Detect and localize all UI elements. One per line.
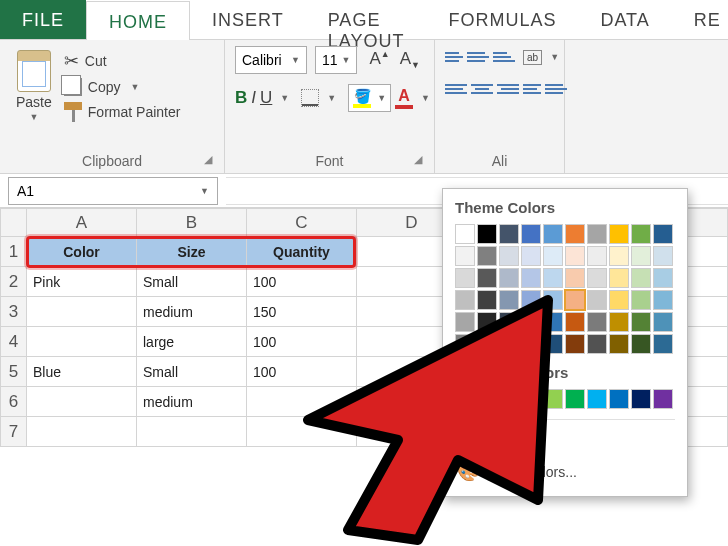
cell-c2[interactable]: 100 [247, 267, 357, 297]
row-header-4[interactable]: 4 [1, 327, 27, 357]
align-bottom-button[interactable] [493, 46, 515, 68]
no-fill-button[interactable]: No Fill [455, 428, 675, 456]
orientation-button[interactable]: ab▼ [523, 46, 559, 68]
color-swatch[interactable] [455, 334, 475, 354]
cell-b3[interactable]: medium [137, 297, 247, 327]
color-swatch[interactable] [609, 246, 629, 266]
color-swatch[interactable] [543, 290, 563, 310]
chevron-down-icon[interactable]: ▼ [421, 93, 430, 103]
tab-data[interactable]: DATA [578, 0, 671, 39]
row-header-2[interactable]: 2 [1, 267, 27, 297]
color-swatch[interactable] [455, 312, 475, 332]
cell-a6[interactable] [27, 387, 137, 417]
col-header-c[interactable]: C [247, 209, 357, 237]
color-swatch[interactable] [587, 268, 607, 288]
color-swatch[interactable] [587, 312, 607, 332]
cell-b5[interactable]: Small [137, 357, 247, 387]
color-swatch[interactable] [631, 246, 651, 266]
color-swatch[interactable] [521, 224, 541, 244]
color-swatch[interactable] [543, 246, 563, 266]
dialog-launcher-icon[interactable]: ◢ [414, 153, 428, 167]
cell-b4[interactable]: large [137, 327, 247, 357]
color-swatch[interactable] [587, 246, 607, 266]
chevron-down-icon[interactable]: ▼ [29, 112, 38, 122]
row-header-3[interactable]: 3 [1, 297, 27, 327]
shrink-font-button[interactable]: A▼ [396, 47, 424, 72]
cell-c3[interactable]: 150 [247, 297, 357, 327]
cell-a5[interactable]: Blue [27, 357, 137, 387]
color-swatch[interactable] [455, 290, 475, 310]
color-swatch[interactable] [499, 268, 519, 288]
color-swatch[interactable] [543, 334, 563, 354]
color-swatch[interactable] [609, 268, 629, 288]
color-swatch[interactable] [499, 290, 519, 310]
tab-file[interactable]: FILE [0, 0, 86, 39]
color-swatch[interactable] [477, 389, 497, 409]
chevron-down-icon[interactable]: ▼ [131, 82, 140, 92]
cell-c5[interactable]: 100 [247, 357, 357, 387]
row-header-6[interactable]: 6 [1, 387, 27, 417]
color-swatch[interactable] [455, 246, 475, 266]
tab-home[interactable]: HOME [86, 1, 190, 40]
cell-a3[interactable] [27, 297, 137, 327]
color-swatch[interactable] [455, 268, 475, 288]
color-swatch[interactable] [499, 224, 519, 244]
color-swatch[interactable] [543, 224, 563, 244]
color-swatch[interactable] [631, 312, 651, 332]
color-swatch[interactable] [631, 290, 651, 310]
fill-color-button[interactable]: 🪣 ▼ [348, 84, 391, 112]
row-header-7[interactable]: 7 [1, 417, 27, 447]
color-swatch[interactable] [521, 290, 541, 310]
italic-button[interactable]: I [251, 84, 256, 112]
grow-font-button[interactable]: A▲ [365, 47, 393, 72]
color-swatch[interactable] [609, 312, 629, 332]
color-swatch[interactable] [653, 389, 673, 409]
color-swatch[interactable] [521, 246, 541, 266]
color-swatch[interactable] [653, 224, 673, 244]
color-swatch[interactable] [609, 290, 629, 310]
col-header-a[interactable]: A [27, 209, 137, 237]
dialog-launcher-icon[interactable]: ◢ [204, 153, 218, 167]
color-swatch[interactable] [565, 268, 585, 288]
color-swatch[interactable] [653, 312, 673, 332]
tab-insert[interactable]: INSERT [190, 0, 306, 39]
cell-c4[interactable]: 100 [247, 327, 357, 357]
color-swatch[interactable] [521, 312, 541, 332]
color-swatch[interactable] [477, 268, 497, 288]
color-swatch[interactable] [565, 290, 585, 310]
color-swatch[interactable] [521, 389, 541, 409]
color-swatch[interactable] [653, 268, 673, 288]
cell-c7[interactable] [247, 417, 357, 447]
align-top-button[interactable] [445, 46, 463, 68]
underline-button[interactable]: U [260, 84, 272, 112]
cell-b1[interactable]: Size [137, 237, 247, 267]
color-swatch[interactable] [653, 290, 673, 310]
borders-button[interactable] [301, 84, 319, 112]
color-swatch[interactable] [455, 389, 475, 409]
tab-page-layout[interactable]: PAGE LAYOUT [306, 0, 427, 39]
tab-formulas[interactable]: FORMULAS [426, 0, 578, 39]
color-swatch[interactable] [587, 334, 607, 354]
cell-a2[interactable]: Pink [27, 267, 137, 297]
color-swatch[interactable] [653, 246, 673, 266]
color-swatch[interactable] [631, 224, 651, 244]
color-swatch[interactable] [565, 389, 585, 409]
cell-c6[interactable] [247, 387, 357, 417]
color-swatch[interactable] [543, 268, 563, 288]
cut-button[interactable]: ✂Cut [64, 50, 181, 72]
color-swatch[interactable] [499, 334, 519, 354]
format-painter-button[interactable]: Format Painter [64, 102, 181, 122]
color-swatch[interactable] [477, 312, 497, 332]
cell-a1[interactable]: Color [27, 237, 137, 267]
paste-button[interactable]: Paste ▼ [10, 46, 58, 126]
indent-increase-button[interactable] [545, 78, 567, 100]
chevron-down-icon[interactable]: ▼ [280, 93, 289, 103]
color-swatch[interactable] [587, 389, 607, 409]
color-swatch[interactable] [565, 224, 585, 244]
align-right-button[interactable] [497, 78, 519, 100]
color-swatch[interactable] [477, 290, 497, 310]
color-swatch[interactable] [587, 290, 607, 310]
tab-review[interactable]: RE [672, 0, 728, 39]
color-swatch[interactable] [499, 246, 519, 266]
copy-button[interactable]: Copy▼ [64, 78, 181, 96]
